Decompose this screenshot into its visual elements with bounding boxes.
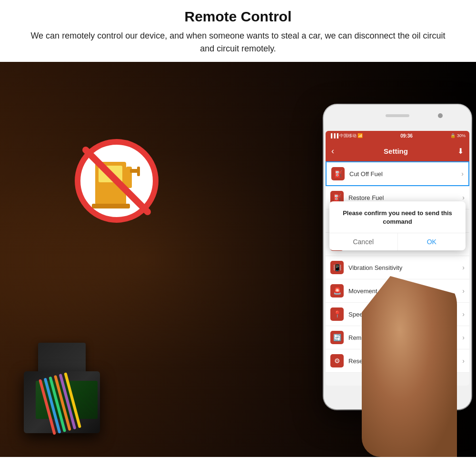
time-display: 09:36 [400, 133, 413, 139]
svg-rect-6 [92, 204, 130, 208]
menu-chevron-movement-alarm: › [462, 287, 465, 295]
menu-icon-cut-off-fuel: ⛽ [331, 167, 345, 180]
menu-chevron-cut-off-fuel: › [461, 170, 464, 178]
carrier-text: 中国移动 [339, 133, 357, 139]
hardware-device [10, 300, 171, 433]
signal-icon: ▐▐▐ [329, 133, 338, 138]
app-title: Setting [334, 147, 457, 155]
ok-button[interactable]: OK [398, 233, 466, 250]
menu-chevron-speed-alarm: › [462, 310, 465, 318]
menu-label-restore-fuel: Restore Fuel [348, 194, 462, 201]
app-header: ‹ Setting ⬇ [326, 140, 469, 161]
menu-chevron-remote-reboot: › [462, 334, 465, 341]
menu-icon-vibration-sensitivity: 📳 [330, 261, 344, 274]
menu-icon-remote-reboot: 🔄 [330, 331, 344, 344]
wifi-icon: 📶 [357, 133, 363, 138]
menu-icon-movement-alarm: 🚨 [330, 284, 344, 298]
page-subtitle: We can remotely control our device, and … [29, 30, 447, 55]
no-fuel-sign [74, 138, 169, 233]
menu-label-cut-off-fuel: Cut Off Fuel [349, 170, 461, 178]
hand-area [362, 267, 457, 457]
menu-item-cut-off-fuel[interactable]: ⛽ Cut Off Fuel › [326, 161, 469, 186]
status-bar: ▐▐▐ 中国移动 📶 09:36 🔒 30% [326, 131, 469, 140]
menu-chevron-restore-fuel: › [462, 194, 465, 201]
hand-shape [362, 276, 457, 457]
page-title: Remote Control [29, 9, 447, 25]
top-section: Remote Control We can remotely control o… [0, 0, 476, 62]
phone-speaker [386, 114, 409, 117]
download-button[interactable]: ⬇ [457, 147, 464, 156]
battery-text: 30% [457, 133, 466, 138]
menu-chevron-reset: › [462, 357, 465, 365]
battery-icon: 🔒 [450, 133, 456, 138]
status-right: 🔒 30% [450, 133, 466, 138]
confirm-buttons: Cancel OK [329, 233, 466, 250]
svg-rect-5 [137, 167, 140, 176]
menu-icon-reset: ⚙ [330, 354, 344, 367]
confirm-message: Please confirm you need to send this com… [337, 209, 458, 226]
status-left: ▐▐▐ 中国移动 📶 [329, 133, 363, 139]
content-section: ▐▐▐ 中国移动 📶 09:36 🔒 30% ‹ Setting ⬇ [0, 62, 476, 457]
menu-chevron-vibration-sensitivity: › [462, 264, 465, 271]
phone-camera [438, 113, 443, 118]
cancel-button[interactable]: Cancel [329, 233, 398, 250]
confirm-dialog: Please confirm you need to send this com… [329, 201, 466, 250]
menu-icon-speed-alarm: 📍 [330, 307, 344, 321]
